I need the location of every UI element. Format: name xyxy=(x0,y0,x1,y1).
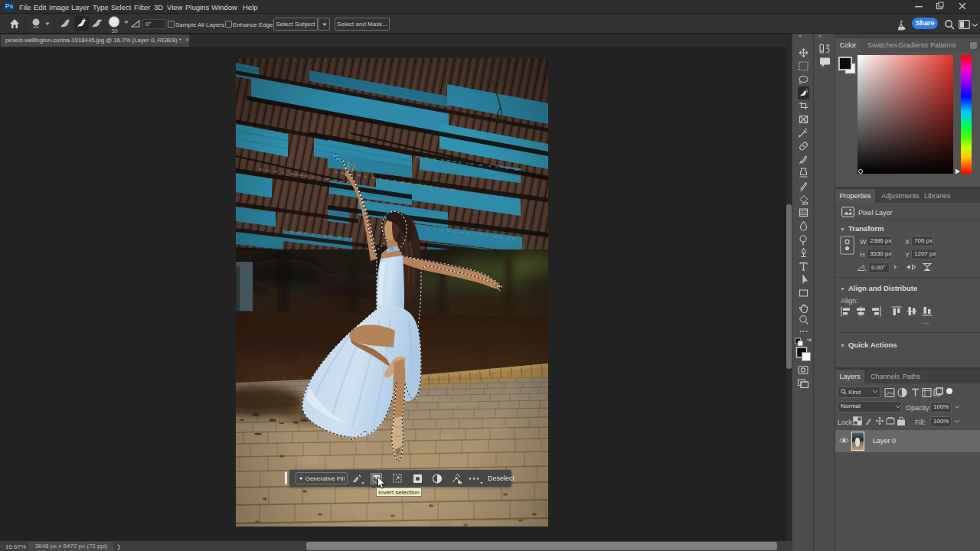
svg-text:30: 30 xyxy=(112,28,118,34)
